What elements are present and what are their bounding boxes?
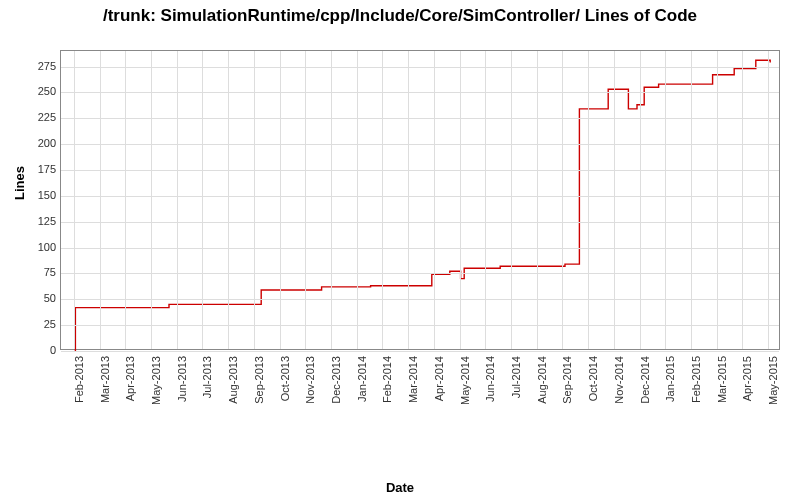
gridline-v: [434, 51, 435, 349]
x-tick-label: Aug-2013: [227, 356, 239, 411]
x-tick-label: Nov-2013: [304, 356, 316, 411]
gridline-v: [640, 51, 641, 349]
gridline-h: [61, 92, 779, 93]
gridline-v: [614, 51, 615, 349]
x-tick-label: Sep-2013: [253, 356, 265, 411]
gridline-v: [382, 51, 383, 349]
plot-area: [60, 50, 780, 350]
chart-title: /trunk: SimulationRuntime/cpp/Include/Co…: [0, 0, 800, 28]
gridline-v: [742, 51, 743, 349]
x-tick-label: Mar-2015: [716, 356, 728, 411]
x-tick-label: Feb-2014: [381, 356, 393, 411]
x-tick-label: Jul-2014: [510, 356, 522, 411]
gridline-v: [768, 51, 769, 349]
y-tick-label: 25: [6, 318, 56, 330]
y-tick-label: 125: [6, 215, 56, 227]
gridline-h: [61, 67, 779, 68]
x-tick-label: Feb-2013: [73, 356, 85, 411]
gridline-h: [61, 273, 779, 274]
y-tick-label: 225: [6, 111, 56, 123]
y-tick-label: 200: [6, 137, 56, 149]
x-tick-label: Oct-2014: [587, 356, 599, 411]
x-tick-label: Sep-2014: [561, 356, 573, 411]
gridline-h: [61, 118, 779, 119]
x-tick-label: Oct-2013: [279, 356, 291, 411]
x-tick-label: Dec-2013: [330, 356, 342, 411]
y-tick-label: 175: [6, 163, 56, 175]
gridline-v: [100, 51, 101, 349]
gridline-v: [228, 51, 229, 349]
gridline-v: [665, 51, 666, 349]
y-tick-label: 100: [6, 241, 56, 253]
x-tick-label: May-2014: [459, 356, 471, 411]
y-tick-label: 75: [6, 266, 56, 278]
x-tick-label: Jul-2013: [201, 356, 213, 411]
gridline-h: [61, 170, 779, 171]
gridline-h: [61, 299, 779, 300]
y-tick-label: 250: [6, 85, 56, 97]
gridline-v: [485, 51, 486, 349]
y-tick-label: 0: [6, 344, 56, 356]
x-tick-label: May-2013: [150, 356, 162, 411]
gridline-v: [74, 51, 75, 349]
gridline-v: [691, 51, 692, 349]
x-tick-label: Mar-2014: [407, 356, 419, 411]
gridline-v: [125, 51, 126, 349]
x-axis-label: Date: [0, 480, 800, 495]
gridline-v: [280, 51, 281, 349]
gridline-v: [408, 51, 409, 349]
x-tick-label: Dec-2014: [639, 356, 651, 411]
gridline-v: [460, 51, 461, 349]
gridline-v: [151, 51, 152, 349]
gridline-v: [357, 51, 358, 349]
gridline-v: [562, 51, 563, 349]
y-tick-label: 50: [6, 292, 56, 304]
gridline-h: [61, 196, 779, 197]
gridline-v: [331, 51, 332, 349]
gridline-v: [177, 51, 178, 349]
x-tick-label: Apr-2014: [433, 356, 445, 411]
y-tick-label: 275: [6, 60, 56, 72]
gridline-h: [61, 144, 779, 145]
x-tick-label: May-2015: [767, 356, 779, 411]
gridline-v: [537, 51, 538, 349]
x-tick-label: Jan-2014: [356, 356, 368, 411]
gridline-v: [305, 51, 306, 349]
gridline-v: [588, 51, 589, 349]
x-tick-label: Mar-2013: [99, 356, 111, 411]
x-tick-label: Feb-2015: [690, 356, 702, 411]
x-tick-label: Jan-2015: [664, 356, 676, 411]
x-tick-label: Nov-2014: [613, 356, 625, 411]
x-tick-label: Apr-2015: [741, 356, 753, 411]
y-tick-label: 150: [6, 189, 56, 201]
gridline-h: [61, 325, 779, 326]
x-tick-label: Jun-2013: [176, 356, 188, 411]
gridline-v: [511, 51, 512, 349]
gridline-h: [61, 222, 779, 223]
gridline-h: [61, 248, 779, 249]
gridline-v: [202, 51, 203, 349]
x-tick-label: Jun-2014: [484, 356, 496, 411]
gridline-h: [61, 351, 779, 352]
gridline-v: [254, 51, 255, 349]
plot-wrap: [60, 50, 780, 350]
x-tick-label: Aug-2014: [536, 356, 548, 411]
series-line: [61, 51, 781, 351]
x-tick-label: Apr-2013: [124, 356, 136, 411]
gridline-v: [717, 51, 718, 349]
